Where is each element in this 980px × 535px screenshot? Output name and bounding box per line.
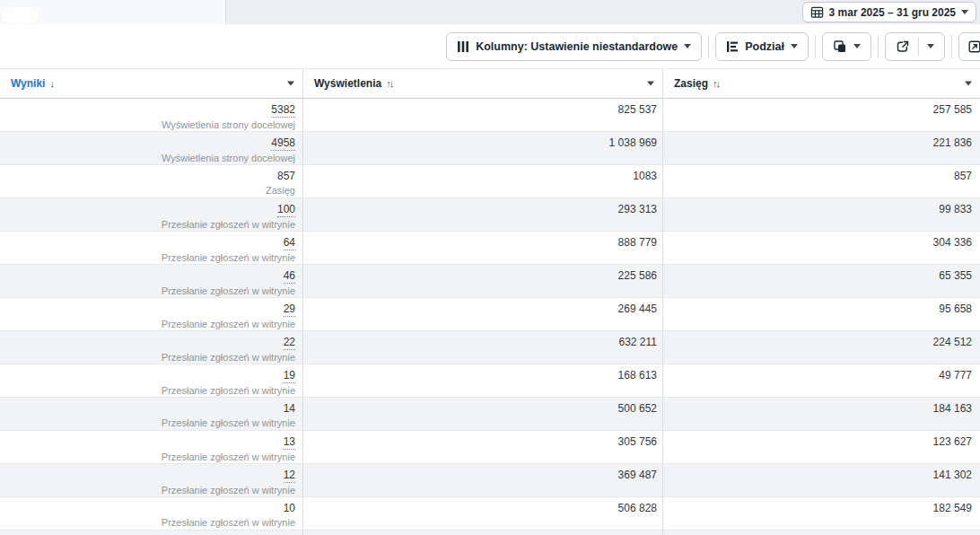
- breakdown-icon: [726, 40, 739, 53]
- results-cell: 10 Przesłanie zgłoszeń w witrynie: [0, 497, 303, 531]
- impressions-cell: 1083: [303, 165, 663, 198]
- result-type-label: Przesłanie zgłoszeń w witrynie: [162, 285, 295, 297]
- results-table: Wyniki ↓ Wyświetlenia ↑↓ Zasięg ↑↓ 5382 …: [0, 69, 980, 535]
- column-header-impressions[interactable]: Wyświetlenia ↑↓: [303, 69, 663, 98]
- impressions-cell: 1 038 969: [303, 132, 663, 165]
- result-value[interactable]: 29: [284, 303, 295, 317]
- toolbar-divider: [708, 35, 709, 58]
- column-header-label[interactable]: Wyświetlenia: [314, 77, 381, 90]
- reach-cell: 95 658: [663, 298, 980, 331]
- impressions-cell: 225 586: [303, 265, 663, 298]
- impressions-cell: 168 613: [303, 364, 663, 398]
- result-value[interactable]: 22: [284, 336, 295, 350]
- impressions-cell: 888 779: [303, 232, 663, 265]
- tab-logo-fragment: [2, 7, 38, 23]
- result-value[interactable]: 64: [284, 236, 295, 250]
- result-value[interactable]: 13: [284, 435, 295, 450]
- calendar-icon: [810, 5, 824, 19]
- reports-icon: [833, 39, 847, 54]
- table-header-row: Wyniki ↓ Wyświetlenia ↑↓ Zasięg ↑↓: [0, 69, 980, 99]
- reach-value: 184 163: [933, 402, 972, 416]
- chevron-down-icon: [684, 44, 691, 48]
- result-type-label: Przesłanie zgłoszeń w witrynie: [162, 451, 295, 463]
- reach-cell: 304 336: [663, 232, 980, 265]
- expand-chart-button[interactable]: [958, 32, 980, 61]
- reach-value: 65 355: [939, 269, 972, 283]
- result-value[interactable]: 100: [277, 203, 295, 217]
- result-type-label: Przesłanie zgłoszeń w witrynie: [162, 384, 295, 397]
- impressions-cell: 305 756: [303, 431, 663, 464]
- reach-cell: 123 627: [663, 431, 980, 464]
- date-range-label: 3 mar 2025 – 31 gru 2025: [829, 6, 956, 19]
- table-row: 46 Przesłanie zgłoszeń w witrynie 225 58…: [0, 265, 980, 298]
- breakdown-button-label: Podział: [745, 40, 784, 53]
- result-type-label: Wyświetlenia strony docelowej: [162, 118, 295, 131]
- breakdown-button[interactable]: Podział: [715, 32, 809, 61]
- impressions-cell: 825 537: [303, 99, 663, 132]
- result-type-label: Przesłanie zgłoszeń w witrynie: [162, 417, 295, 429]
- impressions-value: 1083: [633, 170, 657, 183]
- reach-cell: 224 512: [663, 331, 980, 364]
- table-row: 29 Przesłanie zgłoszeń w witrynie 269 44…: [0, 298, 980, 331]
- table-row: 12 Przesłanie zgłoszeń w witrynie 369 48…: [0, 464, 980, 497]
- result-type-label: Przesłanie zgłoszeń w witrynie: [162, 251, 295, 264]
- column-header-label[interactable]: Wyniki: [11, 77, 45, 90]
- chevron-down-icon[interactable]: [965, 82, 972, 86]
- columns-icon: [457, 40, 469, 53]
- reach-value: 257 585: [933, 103, 972, 117]
- result-type-label: Przesłanie zgłoszeń w witrynie: [162, 484, 295, 496]
- sort-both-icon: ↑↓: [386, 78, 392, 89]
- columns-button[interactable]: Kolumny: Ustawienie niestandardowe: [446, 32, 702, 61]
- impressions-value: 305 756: [618, 435, 657, 449]
- toolbar-divider: [815, 35, 816, 58]
- table-row: 14 Przesłanie zgłoszeń w witrynie 500 65…: [0, 398, 980, 431]
- impressions-value: 632 211: [619, 336, 658, 349]
- results-cell: 19 Przesłanie zgłoszeń w witrynie: [0, 364, 303, 398]
- expand-chart-icon: [967, 39, 980, 54]
- result-value[interactable]: 12: [284, 469, 295, 483]
- impressions-value: 500 652: [618, 402, 657, 416]
- reach-value: 857: [954, 170, 972, 183]
- table-row: 19 Przesłanie zgłoszeń w witrynie 168 61…: [0, 364, 980, 398]
- chevron-down-icon[interactable]: [647, 82, 654, 86]
- export-split-button[interactable]: [885, 32, 945, 61]
- table-row: 13 Przesłanie zgłoszeń w witrynie 305 75…: [0, 431, 980, 464]
- chevron-down-icon[interactable]: [927, 44, 934, 48]
- impressions-value: 225 586: [618, 269, 657, 283]
- chevron-down-icon: [961, 10, 968, 14]
- result-value[interactable]: 46: [284, 269, 295, 284]
- date-range-picker[interactable]: 3 mar 2025 – 31 gru 2025: [802, 2, 976, 22]
- reach-cell: 141 302: [663, 464, 980, 497]
- reports-button[interactable]: [822, 32, 871, 61]
- result-value: 857: [277, 170, 295, 183]
- sort-desc-icon: ↓: [49, 78, 53, 89]
- results-cell: 46 Przesłanie zgłoszeń w witrynie: [0, 265, 303, 298]
- reach-value: 99 833: [939, 203, 972, 216]
- chevron-down-icon: [853, 44, 861, 48]
- results-cell: 22 Przesłanie zgłoszeń w witrynie: [0, 331, 303, 364]
- result-type-label: Wyświetlenia strony docelowej: [162, 152, 295, 164]
- table-body: 5382 Wyświetlenia strony docelowej 825 5…: [0, 99, 980, 531]
- impressions-cell: 269 445: [303, 298, 663, 331]
- reach-cell: 99 833: [663, 198, 980, 232]
- export-icon[interactable]: [896, 39, 910, 54]
- results-cell: 857 Zasięg: [0, 165, 303, 198]
- reach-value: 141 302: [933, 469, 972, 482]
- result-value[interactable]: 4958: [271, 136, 295, 151]
- result-value[interactable]: 5382: [271, 103, 295, 118]
- result-type-label: Przesłanie zgłoszeń w witrynie: [162, 516, 295, 529]
- active-tab-area[interactable]: [0, 0, 226, 24]
- report-toolbar: Kolumny: Ustawienie niestandardowe Podzi…: [0, 24, 980, 69]
- button-inner-divider: [918, 38, 919, 56]
- results-cell: 4958 Wyświetlenia strony docelowej: [0, 132, 303, 165]
- chevron-down-icon[interactable]: [287, 82, 294, 86]
- result-value[interactable]: 19: [284, 369, 295, 383]
- column-header-results[interactable]: Wyniki ↓: [0, 69, 303, 98]
- impressions-cell: 500 652: [303, 398, 663, 431]
- results-cell: 5382 Wyświetlenia strony docelowej: [0, 99, 303, 132]
- impressions-value: 168 613: [618, 369, 657, 382]
- results-cell: 100 Przesłanie zgłoszeń w witrynie: [0, 198, 303, 232]
- column-header-label[interactable]: Zasięg: [674, 77, 708, 90]
- column-header-reach[interactable]: Zasięg ↑↓: [663, 69, 980, 98]
- impressions-value: 825 537: [618, 103, 657, 117]
